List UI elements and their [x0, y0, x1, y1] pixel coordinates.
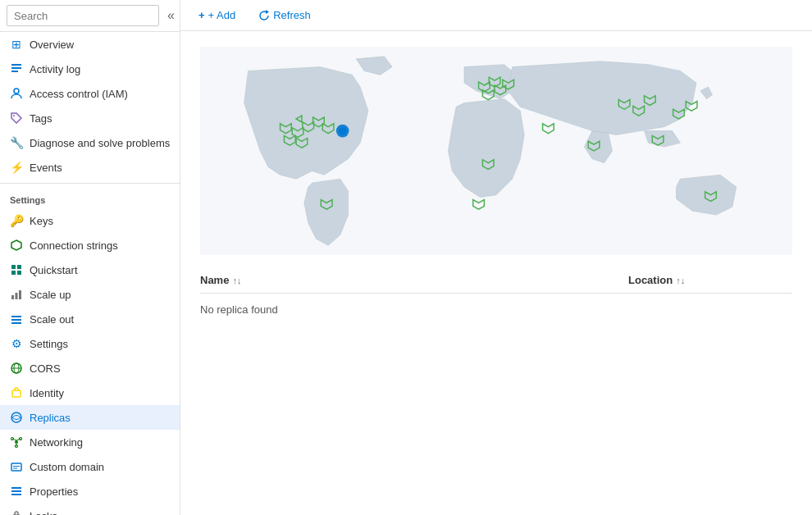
svg-rect-9 [17, 271, 21, 275]
world-map [200, 44, 792, 258]
table-section: Name ↑↓ Location ↑↓ No replica found [180, 267, 812, 326]
sidebar: « ⊞ Overview Activity log Access control… [0, 0, 180, 515]
sidebar-item-scale-up[interactable]: Scale up [0, 282, 180, 307]
toolbar: + + Add Refresh [180, 0, 812, 31]
svg-rect-2 [11, 71, 18, 72]
networking-icon [10, 435, 23, 449]
sidebar-item-label: CORS [30, 362, 61, 375]
activity-log-icon [10, 62, 23, 75]
svg-rect-32 [11, 490, 21, 492]
custom-domain-icon [10, 460, 23, 473]
sidebar-item-label: Access control (IAM) [30, 88, 128, 100]
sidebar-item-settings[interactable]: ⚙ Settings [0, 331, 180, 356]
table-body: No replica found [200, 294, 792, 326]
sidebar-item-label: Scale up [30, 289, 71, 301]
sidebar-item-label: Activity log [30, 63, 80, 75]
svg-rect-13 [11, 316, 21, 317]
sidebar-item-label: Quickstart [30, 264, 78, 276]
sidebar-item-label: Networking [30, 436, 83, 449]
location-column-header[interactable]: Location ↑↓ [628, 274, 792, 286]
svg-rect-11 [16, 293, 18, 299]
map-container [180, 31, 812, 267]
collapse-button[interactable]: « [164, 7, 178, 25]
svg-point-21 [15, 440, 18, 444]
main-content: + + Add Refresh [180, 0, 812, 515]
settings-section-header: Settings [0, 187, 180, 208]
svg-rect-28 [11, 463, 21, 471]
sidebar-item-replicas[interactable]: Replicas [0, 405, 180, 430]
sidebar-item-label: Overview [30, 39, 74, 51]
svg-rect-1 [11, 67, 21, 69]
sidebar-item-networking[interactable]: Networking [0, 430, 180, 454]
connection-strings-icon [10, 239, 23, 252]
svg-rect-30 [13, 468, 17, 469]
content-area: Name ↑↓ Location ↑↓ No replica found [180, 31, 812, 515]
settings-icon: ⚙ [10, 337, 23, 350]
sidebar-item-label: Events [30, 162, 62, 174]
properties-icon [10, 485, 23, 498]
svg-rect-31 [11, 487, 21, 489]
sidebar-item-label: Tags [30, 112, 52, 125]
events-icon: ⚡ [10, 161, 23, 174]
svg-rect-12 [19, 290, 21, 299]
svg-point-4 [13, 115, 15, 116]
replicas-icon [10, 411, 23, 424]
sidebar-item-label: Scale out [30, 313, 74, 326]
sidebar-item-locks[interactable]: Locks [0, 504, 180, 515]
scale-out-icon [10, 312, 23, 326]
sidebar-item-access-control[interactable]: Access control (IAM) [0, 81, 180, 106]
sidebar-item-scale-out[interactable]: Scale out [0, 307, 180, 331]
sidebar-item-activity-log[interactable]: Activity log [0, 57, 180, 81]
cors-icon [10, 362, 23, 375]
location-sort-icon: ↑↓ [676, 276, 685, 285]
sidebar-item-custom-domain[interactable]: Custom domain [0, 454, 180, 479]
diagnose-icon: 🔧 [10, 136, 23, 149]
add-button[interactable]: + + Add [194, 6, 240, 25]
svg-rect-14 [11, 319, 21, 321]
overview-icon: ⊞ [10, 38, 23, 51]
sidebar-item-diagnose[interactable]: 🔧 Diagnose and solve problems [0, 130, 180, 155]
sidebar-item-keys[interactable]: 🔑 Keys [0, 208, 180, 233]
tags-icon [10, 112, 23, 125]
no-data-message: No replica found [200, 294, 792, 326]
sidebar-item-connection-strings[interactable]: Connection strings [0, 233, 180, 258]
sidebar-item-label: Connection strings [30, 239, 118, 252]
sidebar-item-cors[interactable]: CORS [0, 356, 180, 381]
sidebar-item-label: Custom domain [30, 461, 104, 473]
sidebar-item-overview[interactable]: ⊞ Overview [0, 32, 180, 57]
add-icon: + [198, 9, 205, 21]
name-sort-icon: ↑↓ [232, 276, 241, 285]
sidebar-item-properties[interactable]: Properties [0, 479, 180, 504]
search-input[interactable] [7, 5, 159, 26]
location-column-label: Location [628, 274, 673, 286]
table-header: Name ↑↓ Location ↑↓ [200, 267, 792, 294]
svg-rect-33 [11, 494, 21, 495]
sidebar-item-quickstart[interactable]: Quickstart [0, 258, 180, 282]
svg-point-3 [14, 89, 19, 93]
identity-icon [10, 386, 23, 399]
svg-point-46 [339, 127, 347, 135]
locks-icon [10, 509, 23, 515]
svg-rect-0 [11, 64, 21, 66]
sidebar-item-tags[interactable]: Tags [0, 106, 180, 130]
access-control-icon [10, 87, 23, 100]
sidebar-item-label: Replicas [30, 412, 71, 424]
svg-point-20 [11, 412, 21, 422]
name-column-header[interactable]: Name ↑↓ [200, 274, 628, 286]
svg-rect-19 [12, 390, 21, 397]
scale-up-icon [10, 288, 23, 301]
sidebar-item-events[interactable]: ⚡ Events [0, 155, 180, 180]
svg-rect-8 [11, 271, 16, 275]
sidebar-navigation: ⊞ Overview Activity log Access control (… [0, 32, 180, 515]
add-label: + Add [208, 9, 236, 21]
svg-rect-29 [13, 466, 20, 467]
refresh-icon [258, 9, 270, 22]
sidebar-item-label: Identity [30, 387, 64, 399]
svg-rect-15 [11, 322, 21, 324]
svg-marker-35 [266, 10, 269, 14]
quickstart-icon [10, 263, 23, 276]
svg-marker-5 [11, 240, 21, 250]
sidebar-item-identity[interactable]: Identity [0, 381, 180, 405]
sidebar-item-label: Settings [30, 338, 68, 350]
refresh-button[interactable]: Refresh [253, 6, 316, 25]
